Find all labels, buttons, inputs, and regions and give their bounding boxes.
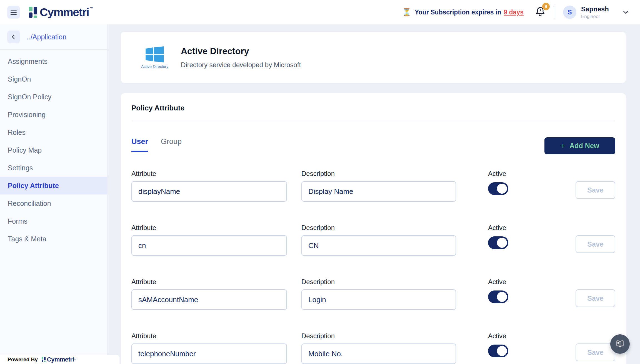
breadcrumb[interactable]: ../Application xyxy=(27,33,66,41)
save-column: Save xyxy=(576,278,615,310)
description-input[interactable] xyxy=(301,181,456,202)
user-role: Engineer xyxy=(581,14,609,19)
chevron-down-icon xyxy=(622,9,629,16)
windows-logo-icon xyxy=(146,46,164,62)
active-toggle[interactable] xyxy=(488,345,508,357)
save-column: Save xyxy=(576,170,615,202)
description-label: Description xyxy=(301,224,456,232)
save-column: Save xyxy=(576,224,615,256)
hamburger-menu-icon[interactable] xyxy=(7,6,20,19)
sidebar-item-signon[interactable]: SignOn xyxy=(0,70,107,88)
top-header: Cymmetri ™ ⏳ Your Subscription expires i… xyxy=(0,0,640,24)
active-label: Active xyxy=(488,278,508,286)
header-divider xyxy=(555,6,555,19)
toggle-knob xyxy=(497,346,507,356)
attribute-row: Attribute Description Active Save xyxy=(131,278,615,310)
subscription-days-link[interactable]: 9 days xyxy=(504,9,524,16)
save-button[interactable]: Save xyxy=(576,181,615,199)
tab-user[interactable]: User xyxy=(131,137,148,152)
sidebar-item-settings[interactable]: Settings xyxy=(0,159,107,177)
attribute-label: Attribute xyxy=(131,170,287,178)
sidebar-item-tags-meta[interactable]: Tags & Meta xyxy=(0,230,107,248)
add-new-button[interactable]: + Add New xyxy=(544,137,615,154)
active-toggle[interactable] xyxy=(488,182,508,195)
active-label: Active xyxy=(488,332,508,340)
description-input[interactable] xyxy=(301,235,456,256)
open-book-icon xyxy=(615,339,625,349)
tab-group[interactable]: Group xyxy=(161,137,182,151)
attribute-row: Attribute Description Active Save xyxy=(131,170,615,202)
plus-icon: + xyxy=(561,142,566,150)
user-meta: Sapnesh Engineer xyxy=(581,5,609,19)
attribute-input[interactable] xyxy=(131,235,287,256)
powered-by-label: Powered By xyxy=(8,357,38,363)
save-button[interactable]: Save xyxy=(576,235,615,253)
header-right: ⏳ Your Subscription expires in 9 days 9 … xyxy=(402,5,633,19)
tabs-row: User Group + Add New xyxy=(131,137,615,154)
sidebar-item-assignments[interactable]: Assignments xyxy=(0,52,107,70)
brand-logo-icon-small xyxy=(42,357,46,363)
documentation-fab[interactable] xyxy=(610,334,630,354)
sidebar-item-reconciliation[interactable]: Reconciliation xyxy=(0,194,107,212)
sidebar-item-signon-policy[interactable]: SignOn Policy xyxy=(0,88,107,106)
attribute-field: Attribute xyxy=(131,278,287,310)
active-toggle[interactable] xyxy=(488,290,508,303)
description-field: Description xyxy=(301,224,456,256)
brand-trademark: ™ xyxy=(89,6,94,11)
powered-by-trademark: ™ xyxy=(74,358,76,361)
active-field: Active xyxy=(488,332,508,364)
attribute-input[interactable] xyxy=(131,289,287,310)
sidebar-back-row: ../Application xyxy=(0,24,107,50)
attribute-input[interactable] xyxy=(131,343,287,364)
description-field: Description xyxy=(301,332,456,364)
section-title: Policy Attribute xyxy=(131,104,615,112)
chevron-left-icon xyxy=(11,34,17,40)
avatar: S xyxy=(563,6,576,19)
toggle-knob xyxy=(497,184,507,194)
description-input[interactable] xyxy=(301,343,456,364)
policy-attribute-card: Policy Attribute User Group + Add New At… xyxy=(121,93,626,364)
active-field: Active xyxy=(488,224,508,256)
application-subtitle: Directory service developed by Microsoft xyxy=(181,61,301,69)
active-field: Active xyxy=(488,278,508,310)
add-new-label: Add New xyxy=(569,142,599,150)
sidebar-item-roles[interactable]: Roles xyxy=(0,123,107,141)
description-label: Description xyxy=(301,170,456,178)
attribute-label: Attribute xyxy=(131,278,287,286)
save-column: Save xyxy=(576,332,615,364)
description-field: Description xyxy=(301,278,456,310)
active-label: Active xyxy=(488,224,508,232)
toggle-knob xyxy=(497,292,507,302)
application-title: Active Directory xyxy=(181,46,301,56)
back-button[interactable] xyxy=(7,31,20,43)
sidebar-item-policy-map[interactable]: Policy Map xyxy=(0,141,107,159)
notifications-button[interactable]: 9 xyxy=(535,6,546,18)
application-header-card: Active Directory Active Directory Direct… xyxy=(121,32,626,83)
sidebar-item-forms[interactable]: Forms xyxy=(0,212,107,230)
toggle-knob xyxy=(497,238,507,248)
attribute-label: Attribute xyxy=(131,224,287,232)
sidebar: ../Application Assignments SignOn SignOn… xyxy=(0,24,107,364)
user-menu[interactable]: S Sapnesh Engineer xyxy=(563,5,633,19)
powered-by-brand: Cymmetri xyxy=(47,356,74,363)
brand-logo-icon xyxy=(29,6,38,19)
active-toggle[interactable] xyxy=(488,236,508,249)
attribute-field: Attribute xyxy=(131,224,287,256)
save-button[interactable]: Save xyxy=(576,289,615,307)
description-input[interactable] xyxy=(301,289,456,310)
save-button[interactable]: Save xyxy=(576,343,615,361)
sidebar-item-provisioning[interactable]: Provisioning xyxy=(0,106,107,123)
application-logo: Active Directory xyxy=(140,46,169,69)
subscription-text: Your Subscription expires in xyxy=(415,9,501,16)
attribute-input[interactable] xyxy=(131,181,287,202)
description-field: Description xyxy=(301,170,456,202)
description-label: Description xyxy=(301,332,456,340)
attribute-field: Attribute xyxy=(131,332,287,364)
attribute-row: Attribute Description Active Save xyxy=(131,224,615,256)
sidebar-item-policy-attribute[interactable]: Policy Attribute xyxy=(0,177,107,194)
sidebar-nav: Assignments SignOn SignOn Policy Provisi… xyxy=(0,50,107,248)
attribute-field: Attribute xyxy=(131,170,287,202)
section-divider xyxy=(131,121,615,121)
application-logo-caption: Active Directory xyxy=(140,64,169,69)
application-text: Active Directory Directory service devel… xyxy=(181,46,301,69)
